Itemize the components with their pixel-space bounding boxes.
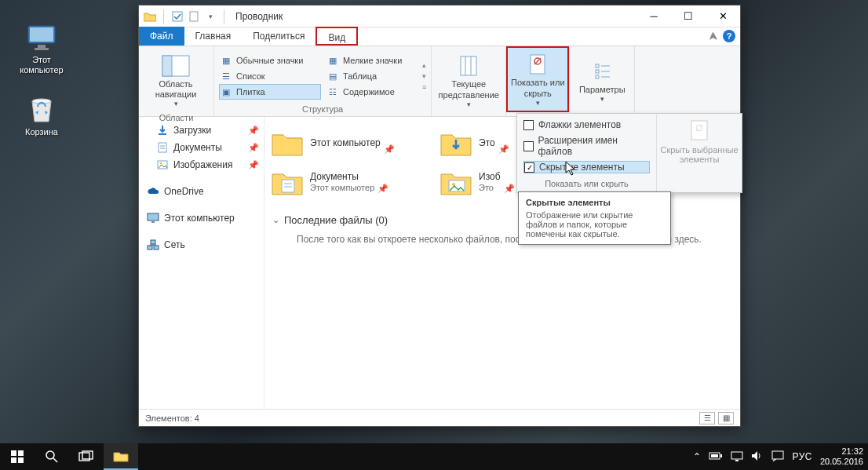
expand-icon[interactable]: ≡ — [422, 83, 426, 91]
tab-view[interactable]: Вид — [315, 27, 358, 46]
svg-rect-53 — [772, 451, 783, 459]
cloud-icon — [147, 185, 159, 198]
desktop-icon-label: Этот компьютер — [14, 55, 69, 75]
nav-documents[interactable]: Документы📌 — [142, 139, 261, 156]
checkbox-icon[interactable] — [171, 10, 184, 23]
pin-icon: 📌 — [498, 144, 509, 155]
file-item[interactable]: ДокументыЭтот компьютер 📌 — [268, 162, 436, 202]
svg-rect-27 — [148, 213, 159, 220]
taskbar-explorer[interactable] — [104, 443, 138, 470]
details-view-button[interactable]: ☰ — [699, 412, 715, 424]
svg-point-36 — [452, 183, 455, 186]
monitor-icon — [26, 22, 57, 53]
collapse-ribbon-icon[interactable]: ⮝ — [709, 31, 718, 42]
svg-rect-5 — [173, 12, 182, 21]
desktop-icon-label: Корзина — [25, 127, 58, 137]
svg-rect-52 — [735, 460, 739, 461]
page-faded-icon — [689, 118, 709, 142]
svg-rect-40 — [11, 450, 16, 456]
system-tray: ⌃ РУС 21:32 20.05.2016 — [693, 446, 868, 466]
desktop-icon-this-pc[interactable]: Этот компьютер — [14, 22, 69, 75]
monitor-icon — [147, 212, 159, 224]
action-center-icon[interactable] — [771, 450, 784, 463]
layout-table[interactable]: ▤Таблица — [326, 68, 420, 84]
popup-group-label: Показать или скрыть — [523, 177, 650, 191]
check-file-extensions[interactable]: Расширения имен файлов — [523, 134, 650, 158]
pin-icon: 📌 — [504, 184, 515, 194]
nav-downloads[interactable]: Загрузки📌 — [142, 122, 261, 139]
checked-icon: ✓ — [524, 162, 534, 173]
desktop-icon-recycle-bin[interactable]: Корзина — [14, 94, 69, 137]
svg-rect-49 — [720, 454, 722, 457]
close-button[interactable]: ✕ — [706, 5, 740, 27]
group-label: Структура — [219, 103, 426, 116]
layout-regular-icons[interactable]: ▦Обычные значки — [219, 53, 321, 68]
tab-share[interactable]: Поделиться — [242, 27, 315, 46]
document-icon — [156, 141, 169, 154]
content-icon: ☷ — [329, 87, 340, 97]
nav-network[interactable]: Сеть — [142, 236, 261, 253]
table-icon: ▤ — [329, 71, 340, 82]
chevron-up-icon[interactable]: ⌃ — [693, 451, 701, 462]
check-item-checkboxes[interactable]: Флажки элементов — [523, 118, 650, 131]
layout-content[interactable]: ☷Содержимое — [326, 84, 420, 100]
title-bar: ▾ Проводник ─ ☐ ✕ — [139, 5, 740, 27]
svg-point-44 — [46, 451, 54, 459]
svg-rect-3 — [35, 48, 49, 50]
search-button[interactable] — [35, 443, 69, 470]
icons-view-button[interactable]: ▦ — [718, 412, 734, 424]
layout-list[interactable]: ☰Список — [219, 68, 321, 84]
svg-rect-22 — [159, 143, 166, 152]
layout-small-icons[interactable]: ▦Мелкие значки — [326, 53, 420, 68]
nav-onedrive[interactable]: OneDrive — [142, 183, 261, 200]
tab-home[interactable]: Главная — [184, 27, 243, 46]
maximize-button[interactable]: ☐ — [671, 5, 706, 27]
check-hidden-items[interactable]: ✓Скрытые элементы — [523, 161, 650, 173]
svg-rect-9 — [461, 56, 476, 75]
svg-rect-1 — [30, 27, 53, 42]
dropdown-icon[interactable]: ▾ — [204, 10, 217, 23]
layout-tiles[interactable]: ▣Плитка — [219, 84, 321, 100]
grid-icon: ▦ — [329, 56, 340, 66]
svg-rect-50 — [711, 454, 718, 457]
folder-icon — [271, 126, 304, 159]
page-icon — [529, 51, 546, 78]
show-hide-button[interactable]: Показать или скрыть ▾ — [506, 46, 569, 112]
pin-icon: 📌 — [248, 126, 259, 136]
options-button[interactable]: Параметры ▾ — [574, 49, 629, 112]
nav-this-pc[interactable]: Этот компьютер — [142, 209, 261, 227]
volume-icon[interactable] — [751, 450, 764, 463]
chevron-down-icon: ▾ — [600, 95, 604, 104]
current-view-button[interactable]: Текущее представление ▾ — [436, 49, 501, 112]
svg-rect-51 — [731, 452, 742, 459]
scroll-up-icon[interactable]: ▴ — [422, 61, 426, 69]
nav-pane-button[interactable]: Область навигации ▾ — [144, 49, 208, 111]
svg-rect-2 — [38, 45, 46, 48]
svg-rect-17 — [596, 70, 599, 73]
nav-pictures[interactable]: Изображения📌 — [142, 156, 261, 173]
help-icon[interactable]: ? — [723, 30, 735, 42]
task-view-button[interactable] — [69, 443, 104, 470]
svg-rect-29 — [151, 240, 155, 244]
chevron-down-icon: ▾ — [536, 99, 540, 107]
pin-icon: 📌 — [248, 143, 259, 153]
svg-rect-15 — [596, 64, 599, 67]
clock[interactable]: 21:32 20.05.2016 — [820, 446, 863, 466]
svg-rect-19 — [596, 75, 599, 78]
start-button[interactable] — [0, 443, 35, 470]
scroll-down-icon[interactable]: ▾ — [422, 72, 426, 80]
picture-icon — [156, 158, 169, 171]
ribbon: Область навигации ▾ Области ▦Обычные зна… — [139, 46, 740, 117]
battery-icon[interactable] — [709, 451, 723, 462]
columns-icon — [459, 53, 478, 79]
document-icon[interactable] — [188, 10, 200, 23]
minimize-button[interactable]: ─ — [636, 5, 671, 27]
chevron-down-icon: ⌄ — [272, 215, 279, 225]
tab-file[interactable]: Файл — [139, 27, 184, 46]
show-hide-popup: Флажки элементов Расширения имен файлов … — [516, 113, 742, 193]
network-icon[interactable] — [731, 450, 743, 463]
language-indicator[interactable]: РУС — [792, 451, 812, 462]
hide-selected-button: Скрыть выбранные элементы — [657, 114, 742, 192]
tiles-icon: ▣ — [222, 87, 233, 97]
file-item[interactable]: Этот компьютер 📌 — [268, 123, 436, 162]
